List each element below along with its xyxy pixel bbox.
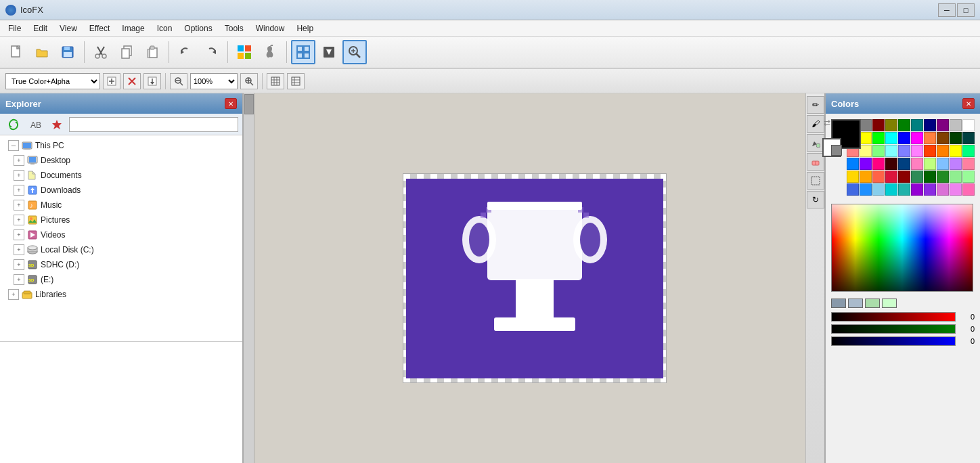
- tree-item-thispc[interactable]: ─ This PC: [0, 138, 242, 153]
- palette-cell-1[interactable]: [860, 119, 872, 131]
- palette-cell-37[interactable]: [937, 158, 949, 170]
- export-button[interactable]: [143, 73, 161, 89]
- grid-view-button[interactable]: [291, 40, 315, 64]
- palette-cell-41[interactable]: [860, 171, 872, 183]
- tree-expand-music[interactable]: +: [14, 200, 24, 211]
- new-button[interactable]: [4, 40, 28, 64]
- redo-button[interactable]: [199, 40, 223, 64]
- canvas-area[interactable]: [244, 93, 805, 463]
- colors-close-button[interactable]: ✕: [962, 98, 975, 109]
- palette-cell-18[interactable]: [950, 132, 962, 144]
- menu-icon[interactable]: Icon: [152, 22, 178, 35]
- zoom-select[interactable]: 25% 50% 75% 100% 150% 200%: [190, 73, 238, 89]
- palette-cell-56[interactable]: [924, 183, 936, 196]
- tree-item-videos[interactable]: + Videos: [0, 227, 242, 242]
- tree-expand-libraries[interactable]: +: [8, 289, 19, 300]
- tool-rotate[interactable]: ↻: [807, 191, 824, 208]
- palette-cell-31[interactable]: [860, 158, 872, 170]
- palette-cell-25[interactable]: [911, 145, 923, 157]
- add-layer-button[interactable]: [103, 73, 120, 89]
- tree-item-downloads[interactable]: + Downloads: [0, 183, 242, 198]
- explorer-tree[interactable]: ─ This PC + Desktop + Documents: [0, 135, 242, 341]
- palette-cell-17[interactable]: [937, 132, 949, 144]
- palette-cell-3[interactable]: [885, 119, 897, 131]
- palette-cell-7[interactable]: [937, 119, 949, 131]
- tree-expand-diskd[interactable]: +: [14, 259, 24, 270]
- palette-cell-49[interactable]: [962, 171, 975, 183]
- tree-item-diskc[interactable]: + Local Disk (C:): [0, 242, 242, 257]
- copy-button[interactable]: [114, 40, 139, 64]
- palette-cell-15[interactable]: [911, 132, 923, 144]
- palette-cell-21[interactable]: [860, 145, 872, 157]
- tree-item-music[interactable]: + ♪ Music: [0, 198, 242, 213]
- paste-button[interactable]: [140, 40, 164, 64]
- open-button[interactable]: [30, 40, 54, 64]
- zoom-button[interactable]: [342, 40, 367, 64]
- palette-cell-54[interactable]: [898, 183, 910, 196]
- tree-item-desktop[interactable]: + Desktop: [0, 153, 242, 168]
- tree-item-diske[interactable]: + SD (E:): [0, 272, 242, 287]
- menu-view[interactable]: View: [54, 22, 83, 35]
- tool-fill[interactable]: [807, 134, 824, 152]
- palette-cell-44[interactable]: [898, 171, 910, 183]
- menu-effect[interactable]: Effect: [84, 22, 115, 35]
- tree-item-pictures[interactable]: + Pictures: [0, 213, 242, 227]
- menu-options[interactable]: Options: [179, 22, 217, 35]
- tree-item-libraries[interactable]: + Libraries: [0, 287, 242, 302]
- palette-cell-40[interactable]: [847, 171, 859, 183]
- palette-cell-27[interactable]: [937, 145, 949, 157]
- maximize-button[interactable]: □: [957, 3, 975, 17]
- palette-cell-57[interactable]: [937, 183, 949, 196]
- palette-cell-12[interactable]: [872, 132, 885, 144]
- icon-canvas[interactable]: [403, 173, 667, 383]
- palette-cell-26[interactable]: [924, 145, 936, 157]
- menu-image[interactable]: Image: [116, 22, 150, 35]
- tool-select[interactable]: [807, 172, 824, 190]
- palette-cell-14[interactable]: [898, 132, 910, 144]
- rgb-red-slider[interactable]: [831, 312, 956, 322]
- tree-expand-downloads[interactable]: +: [14, 185, 24, 196]
- palette-cell-30[interactable]: [847, 158, 859, 170]
- edit-button[interactable]: [317, 40, 341, 64]
- palette-cell-48[interactable]: [950, 171, 962, 183]
- zoom-out-button[interactable]: [170, 73, 187, 89]
- palette-cell-52[interactable]: [872, 183, 885, 196]
- list-view-button[interactable]: [287, 73, 305, 89]
- palette-cell-2[interactable]: [872, 119, 885, 131]
- tool-brush[interactable]: 🖌: [807, 115, 824, 133]
- palette-cell-43[interactable]: [885, 171, 897, 183]
- palette-cell-5[interactable]: [911, 119, 923, 131]
- palette-cell-32[interactable]: [872, 158, 885, 170]
- palette-cell-42[interactable]: [872, 171, 885, 183]
- apple-button[interactable]: [258, 40, 282, 64]
- rgb-green-slider[interactable]: [831, 324, 956, 334]
- palette-cell-11[interactable]: [860, 132, 872, 144]
- tree-expand-diske[interactable]: +: [14, 274, 24, 285]
- palette-cell-24[interactable]: [898, 145, 910, 157]
- delete-layer-button[interactable]: [123, 73, 141, 89]
- menu-edit[interactable]: Edit: [28, 22, 53, 35]
- tool-eraser[interactable]: [807, 153, 824, 171]
- rgb-blue-slider[interactable]: [831, 336, 956, 346]
- explorer-label-button[interactable]: ABC: [26, 116, 45, 133]
- palette-cell-34[interactable]: [898, 158, 910, 170]
- explorer-close-button[interactable]: ✕: [225, 98, 237, 109]
- palette-cell-13[interactable]: [885, 132, 897, 144]
- palette-cell-55[interactable]: [911, 183, 923, 196]
- explorer-favorite-button[interactable]: [47, 116, 66, 133]
- palette-cell-8[interactable]: [950, 119, 962, 131]
- palette-cell-9[interactable]: [962, 119, 975, 131]
- minimize-button[interactable]: ─: [938, 3, 956, 17]
- palette-cell-16[interactable]: [924, 132, 936, 144]
- canvas-scroll-thumb[interactable]: [244, 94, 254, 114]
- tree-item-diskd[interactable]: + SD SDHC (D:): [0, 257, 242, 272]
- palette-cell-51[interactable]: [860, 183, 872, 196]
- palette-cell-58[interactable]: [950, 183, 962, 196]
- menu-file[interactable]: File: [3, 22, 26, 35]
- save-button[interactable]: [55, 40, 80, 64]
- explorer-refresh-button[interactable]: [4, 116, 23, 133]
- palette-cell-45[interactable]: [911, 171, 923, 183]
- small-swatch-2[interactable]: [848, 299, 863, 308]
- tree-expand-diskc[interactable]: +: [14, 244, 24, 255]
- zoom-in-button[interactable]: [240, 73, 258, 89]
